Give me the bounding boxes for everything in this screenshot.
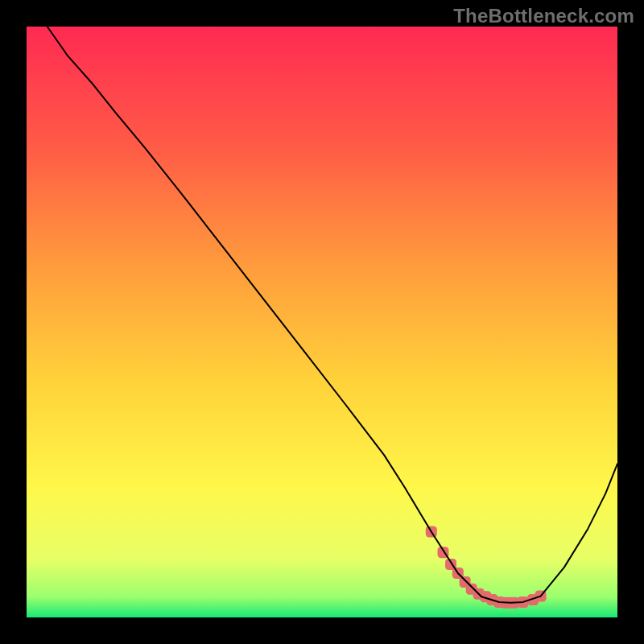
watermark-text: TheBottleneck.com [453,5,634,27]
chart-stage: TheBottleneck.com [0,0,644,644]
bottleneck-chart [27,27,617,617]
gradient-background [27,27,617,617]
plot-area [27,27,617,617]
